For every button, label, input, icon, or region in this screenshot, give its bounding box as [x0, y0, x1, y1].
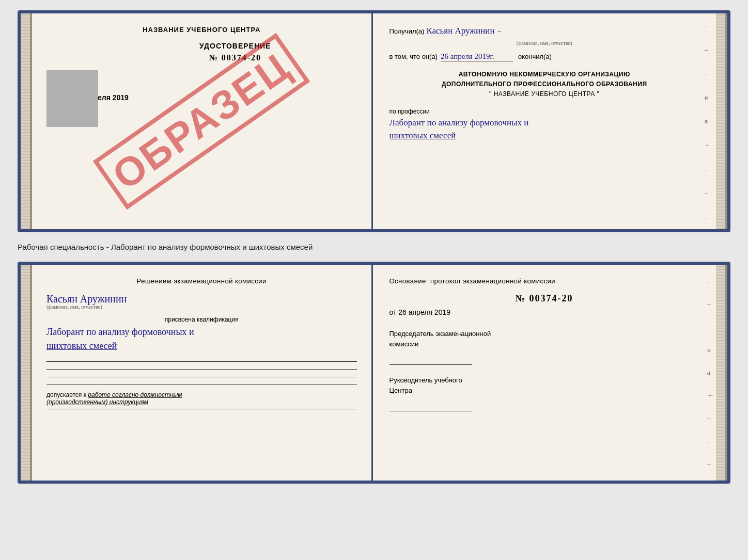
bottom-spine-right — [716, 265, 727, 481]
dopusk-label: допускается к — [46, 391, 86, 398]
right-side-marks: –––иа←––– — [705, 13, 715, 229]
bottom-right-page: Основание: протокол экзаменационной коми… — [373, 265, 716, 481]
ot-label: от — [389, 308, 397, 316]
profession-label: по профессии — [389, 108, 700, 115]
okonchil-label: окончил(а) — [518, 53, 552, 60]
vtom-line: в том, что он(а) 26 апреля 2019г. окончи… — [389, 52, 700, 61]
cert-number: № 00374-20 — [114, 53, 357, 62]
rukovoditel-label: Руководитель учебного — [389, 375, 700, 386]
bottom-left-page: Решением экзаменационной комиссии Касьян… — [32, 265, 373, 481]
bottom-spine-left — [21, 265, 32, 481]
bottom-right-marks: –––иа←––– — [706, 265, 715, 481]
bottom-signature-lines — [46, 361, 357, 385]
org-line3: " НАЗВАНИЕ УЧЕБНОГО ЦЕНТРА " — [389, 89, 700, 99]
qualification-label: присвоена квалификация — [46, 316, 357, 323]
org-block: АВТОНОМНУЮ НЕКОММЕРЧЕСКУЮ ОРГАНИЗАЦИЮ ДО… — [389, 70, 700, 100]
bottom-date: 26 апреля 2019 — [398, 308, 450, 316]
poluchil-label: Получил(а) — [389, 27, 425, 35]
org-line2: ДОПОЛНИТЕЛЬНОГО ПРОФЕССИОНАЛЬНОГО ОБРАЗО… — [389, 79, 700, 89]
photo-placeholder — [46, 70, 98, 127]
bottom-name-block: Касьян Аружинин (фамилия, имя, отчество) — [46, 293, 357, 312]
profession-handwritten: Лаборант по анализу формовочных и шихтов… — [389, 116, 700, 142]
predsedatel-sign-line — [389, 364, 472, 365]
qualification-handwritten: Лаборант по анализу формовочных и шихтов… — [46, 325, 357, 353]
osnovanie-label: Основание: протокол экзаменационной коми… — [389, 277, 700, 285]
line1 — [46, 361, 357, 362]
rukovoditel-block: Руководитель учебного Центра — [389, 375, 700, 395]
rukovoditel-sign-line — [389, 411, 472, 411]
bottom-name-sub: (фамилия, имя, отчество) — [46, 304, 357, 310]
name-sub: (фамилия, имя, отчество) — [389, 40, 700, 46]
spine-texture-left — [21, 13, 32, 229]
line3 — [46, 377, 357, 377]
bottom-left-title: Решением экзаменационной комиссии — [46, 277, 357, 285]
spine-texture-right — [716, 13, 727, 229]
cert-right-page: Получил(а) Касьян Аружинин – (фамилия, и… — [373, 13, 716, 229]
top-certificate: НАЗВАНИЕ УЧЕБНОГО ЦЕНТРА УДОСТОВЕРЕНИЕ №… — [18, 10, 730, 232]
poluchil-line: Получил(а) Касьян Аружинин – — [389, 26, 700, 36]
dopusk-block: допускается к работе согласно должностны… — [46, 391, 357, 406]
dopusk-italic2: (производственным) инструкциям — [46, 398, 148, 406]
udostoverenie-label: УДОСТОВЕРЕНИЕ — [114, 42, 357, 50]
line2 — [46, 369, 357, 370]
between-specialty-label: Рабочая специальность - Лаборант по анал… — [18, 241, 313, 253]
bottom-right-number: № 00374-20 — [389, 293, 700, 304]
predsedatel-label: Председатель экзаменационной — [389, 329, 700, 339]
rukovoditel-label2: Центра — [389, 386, 700, 396]
predsedatel-block: Председатель экзаменационной комиссии — [389, 329, 700, 349]
dopusk-line — [46, 409, 357, 409]
bottom-right-date: от 26 апреля 2019 — [389, 308, 700, 316]
org-line1: АВТОНОМНУЮ НЕКОММЕРЧЕСКУЮ ОРГАНИЗАЦИЮ — [389, 70, 700, 79]
dopusk-italic: работе согласно должностным — [88, 391, 182, 398]
line4 — [46, 385, 357, 385]
cert-school-title: НАЗВАНИЕ УЧЕБНОГО ЦЕНТРА — [46, 26, 357, 34]
vtom-label: в том, что он(а) — [389, 53, 438, 60]
bottom-name-handwritten: Касьян Аружинин — [46, 293, 357, 305]
cert-left-page: НАЗВАНИЕ УЧЕБНОГО ЦЕНТРА УДОСТОВЕРЕНИЕ №… — [32, 13, 373, 229]
dash-after-name: – — [497, 28, 501, 35]
vtom-date: 26 апреля 2019г. — [441, 52, 513, 61]
name-handwritten: Касьян Аружинин — [426, 26, 494, 36]
bottom-certificate: Решением экзаменационной комиссии Касьян… — [18, 262, 730, 484]
predsedatel-label2: комиссии — [389, 339, 700, 349]
